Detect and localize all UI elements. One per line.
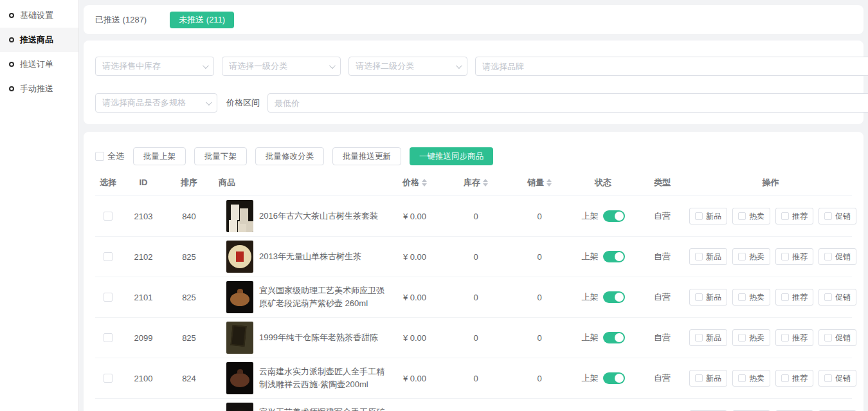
product-thumbnail[interactable] xyxy=(226,362,253,394)
op-promo-button[interactable]: 促销 xyxy=(818,370,856,387)
table-toolbar: 全选 批量上架 批量下架 批量修改分类 批量推送更新 一键推送同步商品 xyxy=(95,147,852,165)
op-hot-button[interactable]: 热卖 xyxy=(732,208,770,224)
op-hot-button[interactable]: 热卖 xyxy=(732,329,770,346)
row-checkbox[interactable] xyxy=(104,252,113,261)
sidebar-item-label: 推送商品 xyxy=(20,34,53,46)
header-sales[interactable]: 销量 xyxy=(508,177,571,188)
checkbox xyxy=(781,212,789,220)
status-toggle[interactable] xyxy=(603,251,625,262)
op-hot-button[interactable]: 热卖 xyxy=(732,370,770,387)
row-product-cell: 2013年无量山单株古树生茶 xyxy=(212,241,386,273)
checkbox xyxy=(781,334,789,342)
sidebar-item-label: 推送订单 xyxy=(20,59,53,70)
select-placeholder: 请选择二级分类 xyxy=(356,60,414,72)
op-button-label: 热卖 xyxy=(749,251,764,262)
select-all-checkbox[interactable]: 全选 xyxy=(95,151,124,162)
min-price-input[interactable] xyxy=(267,93,868,113)
category-level2-select[interactable]: 请选择二级分类 xyxy=(348,57,467,76)
op-button-label: 新品 xyxy=(706,373,721,384)
op-recommend-button[interactable]: 推荐 xyxy=(775,370,813,387)
row-id: 2103 xyxy=(121,212,166,221)
sort-carets-icon[interactable] xyxy=(422,179,427,187)
op-button-label: 推荐 xyxy=(792,373,808,384)
chevron-down-icon xyxy=(329,62,336,69)
row-sort: 840 xyxy=(166,212,212,221)
op-promo-button[interactable]: 促销 xyxy=(818,248,856,265)
product-name[interactable]: 2013年无量山单株古树生茶 xyxy=(259,250,361,263)
one-click-push-sync-button[interactable]: 一键推送同步商品 xyxy=(410,147,493,165)
circle-icon xyxy=(9,86,14,91)
product-thumbnail[interactable] xyxy=(226,403,253,411)
op-hot-button[interactable]: 热卖 xyxy=(732,248,770,265)
row-checkbox[interactable] xyxy=(104,212,113,221)
batch-push-update-button[interactable]: 批量推送更新 xyxy=(332,147,401,165)
category-level1-select[interactable]: 请选择一级分类 xyxy=(222,57,341,76)
op-promo-button[interactable]: 促销 xyxy=(818,208,856,224)
checkbox xyxy=(738,212,746,220)
row-checkbox[interactable] xyxy=(104,293,113,302)
stock-status-select[interactable]: 请选择售中库存 xyxy=(95,57,214,76)
row-id: 2102 xyxy=(121,252,166,262)
header-stock[interactable]: 库存 xyxy=(444,177,508,188)
op-promo-button[interactable]: 促销 xyxy=(818,289,856,306)
op-new-button[interactable]: 新品 xyxy=(689,208,727,224)
product-name[interactable]: 1999年纯干仓陈年老熟茶香甜陈 xyxy=(259,331,378,344)
product-name[interactable]: 宜兴国家级助理工艺美术师应卫强原矿老段泥葫芦紫砂壶 260ml xyxy=(259,284,386,310)
sort-carets-icon[interactable] xyxy=(483,179,488,187)
batch-on-shelf-button[interactable]: 批量上架 xyxy=(133,147,186,165)
op-new-button[interactable]: 新品 xyxy=(689,329,727,346)
status-toggle[interactable] xyxy=(603,332,625,343)
table-row: 2100824云南建水实力派制壶匠人全手工精制浅雕祥云西施·紫陶壶200ml¥ … xyxy=(95,358,852,399)
product-name[interactable]: 云南建水实力派制壶匠人全手工精制浅雕祥云西施·紫陶壶200ml xyxy=(259,365,386,391)
circle-icon xyxy=(9,37,14,42)
filter-row-1: 请选择售中库存 请选择一级分类 请选择二级分类 xyxy=(84,57,863,76)
status-toggle[interactable] xyxy=(603,210,625,222)
row-sort: 825 xyxy=(166,252,212,262)
op-button-label: 促销 xyxy=(835,251,851,262)
batch-off-shelf-button[interactable]: 批量下架 xyxy=(194,147,247,165)
sidebar-item-push-orders[interactable]: 推送订单 xyxy=(0,52,78,77)
op-recommend-button[interactable]: 推荐 xyxy=(775,248,813,265)
op-recommend-button[interactable]: 推荐 xyxy=(775,329,813,346)
op-recommend-button[interactable]: 推荐 xyxy=(775,289,813,306)
status-toggle[interactable] xyxy=(603,372,625,384)
header-price[interactable]: 价格 xyxy=(386,177,444,188)
multi-spec-select[interactable]: 请选择商品是否多规格 xyxy=(95,93,217,113)
op-new-button[interactable]: 新品 xyxy=(689,248,727,265)
status-label: 上架 xyxy=(582,291,599,303)
op-promo-button[interactable]: 促销 xyxy=(818,329,856,346)
product-thumbnail[interactable] xyxy=(226,241,253,273)
row-select-cell xyxy=(95,374,121,383)
table-row: 20998251999年纯干仓陈年老熟茶香甜陈¥ 0.0000上架自营新品热卖推… xyxy=(95,318,852,358)
row-actions-cell: 新品热卖推荐促销 xyxy=(689,370,856,387)
op-hot-button[interactable]: 热卖 xyxy=(732,289,770,306)
header-id: ID xyxy=(121,178,166,187)
product-thumbnail[interactable] xyxy=(226,200,253,232)
row-checkbox[interactable] xyxy=(104,333,113,342)
tab-pushed[interactable]: 已推送 (1287) xyxy=(95,14,147,26)
status-toggle[interactable] xyxy=(603,291,625,303)
header-product: 商品 xyxy=(212,177,386,188)
op-new-button[interactable]: 新品 xyxy=(689,370,727,387)
product-thumbnail[interactable] xyxy=(226,322,253,354)
product-thumbnail[interactable] xyxy=(226,281,253,313)
table-card: 全选 批量上架 批量下架 批量修改分类 批量推送更新 一键推送同步商品 选择 I… xyxy=(84,132,863,411)
tab-unpushed[interactable]: 未推送 (211) xyxy=(170,12,234,28)
op-new-button[interactable]: 新品 xyxy=(689,289,727,306)
sort-carets-icon[interactable] xyxy=(547,179,552,187)
row-product-cell: 云南建水实力派制壶匠人全手工精制浅雕祥云西施·紫陶壶200ml xyxy=(212,362,386,394)
batch-edit-category-button[interactable]: 批量修改分类 xyxy=(255,147,324,165)
op-recommend-button[interactable]: 推荐 xyxy=(775,208,813,224)
price-range-label: 价格区间 xyxy=(226,97,260,109)
brand-input[interactable] xyxy=(475,57,868,76)
sidebar-item-basic-settings[interactable]: 基础设置 xyxy=(0,3,78,28)
product-name[interactable]: 宜兴工艺美术师恽建军全手工原矿底 xyxy=(259,406,386,411)
row-checkbox[interactable] xyxy=(104,374,113,383)
op-button-label: 推荐 xyxy=(792,211,808,222)
sidebar-item-manual-push[interactable]: 手动推送 xyxy=(0,77,78,101)
row-select-cell xyxy=(95,293,121,302)
checkbox xyxy=(824,212,832,220)
product-name[interactable]: 2016年古六大茶山古树生茶套装 xyxy=(259,210,378,223)
sidebar-item-push-products[interactable]: 推送商品 xyxy=(0,28,78,52)
row-price: ¥ 0.00 xyxy=(386,252,444,262)
